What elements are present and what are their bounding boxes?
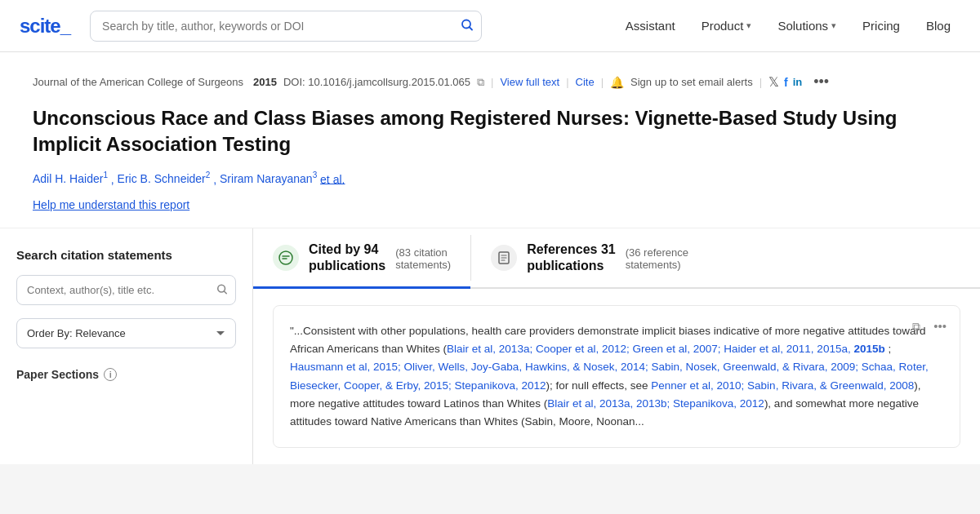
svg-line-3 (224, 291, 226, 294)
author-2[interactable]: Eric B. Schneider2 (118, 172, 214, 185)
navbar: scite_ Assistant Product ▾ Solutions ▾ P… (0, 0, 980, 52)
paper-sections-label: Paper Sections i (16, 368, 236, 381)
solutions-chevron-icon: ▾ (831, 20, 836, 31)
author-1[interactable]: Adil H. Haider1 (33, 172, 111, 185)
copy-citation-button[interactable]: ⧉ (909, 316, 924, 337)
more-citation-options-button[interactable]: ••• (930, 316, 950, 337)
more-options-button[interactable]: ••• (808, 72, 834, 92)
citation-paragraph: "...Consistent with other populations, h… (290, 322, 943, 432)
nav-item-product[interactable]: Product ▾ (692, 12, 762, 39)
citation-box: ⧉ ••• "...Consistent with other populati… (273, 305, 960, 449)
paper-sections-info-icon[interactable]: i (104, 368, 117, 381)
citation-ref-3[interactable]: Penner et al, 2010; Sabin, Rivara, & Gre… (651, 379, 914, 392)
citation-ref-4[interactable]: Blair et al, 2013a, 2013b; Stepanikova, … (547, 397, 764, 410)
view-full-text-link[interactable]: View full text (500, 76, 559, 88)
cite-link[interactable]: Cite (576, 76, 595, 88)
search-icon-button[interactable] (461, 18, 474, 33)
nav-item-assistant[interactable]: Assistant (616, 12, 685, 39)
svg-point-4 (279, 251, 292, 264)
references-main-label: References 31publications (527, 241, 616, 273)
sidebar: Search citation statements Order By: Rel… (0, 228, 253, 464)
author-3[interactable]: Sriram Narayanan3 (220, 172, 320, 185)
search-bar (90, 11, 482, 42)
nav-item-solutions[interactable]: Solutions ▾ (768, 12, 846, 39)
citation-ref-1[interactable]: Blair et al, 2013a; Cooper et al, 2012; … (447, 343, 851, 355)
order-by-select[interactable]: Order By: Relevance Date Author (16, 318, 236, 348)
references-tab-text: References 31publications (527, 241, 616, 273)
separator-4: | (760, 76, 762, 88)
tabs-bar: Cited by 94publications (83 citationstat… (253, 228, 980, 288)
tab-cited-by[interactable]: Cited by 94publications (83 citationstat… (253, 228, 470, 288)
separator-1: | (491, 76, 493, 88)
references-icon (491, 245, 517, 271)
citation-search-input[interactable] (16, 275, 236, 305)
sidebar-title: Search citation statements (16, 248, 236, 262)
svg-line-1 (470, 27, 473, 30)
article-title: Unconscious Race and Class Biases among … (33, 105, 947, 158)
twitter-icon[interactable]: 𝕏 (768, 74, 779, 90)
citation-content: ⧉ ••• "...Consistent with other populati… (253, 289, 980, 465)
journal-name: Journal of the American College of Surge… (33, 76, 243, 88)
citation-ref-bold[interactable]: 2015b (853, 343, 884, 355)
meta-bar: Journal of the American College of Surge… (33, 72, 947, 92)
et-al-link[interactable]: et al. (320, 172, 345, 185)
article-doi: DOI: 10.1016/j.jamcollsurg.2015.01.065 (283, 76, 470, 88)
article-year: 2015 (253, 76, 277, 88)
search-input[interactable] (90, 11, 482, 42)
tab-references[interactable]: References 31publications (36 references… (471, 228, 708, 288)
search-icon (461, 18, 474, 31)
panels: Search citation statements Order By: Rel… (0, 228, 980, 464)
citation-search-icon (216, 283, 228, 297)
linkedin-icon[interactable]: in (793, 76, 803, 88)
copy-doi-icon[interactable]: ⧉ (477, 76, 484, 89)
main-content: Journal of the American College of Surge… (0, 52, 980, 464)
cited-by-tab-text: Cited by 94publications (309, 241, 385, 273)
cited-by-icon (273, 245, 299, 271)
copy-icon: ⧉ (912, 320, 920, 333)
bell-icon: 🔔 (610, 76, 624, 89)
social-icons: 𝕏 f in (768, 74, 802, 90)
cited-by-main-label: Cited by 94publications (309, 241, 385, 273)
logo[interactable]: scite_ (20, 15, 70, 38)
product-chevron-icon: ▾ (746, 20, 751, 31)
help-understand-link[interactable]: Help me understand this report (33, 198, 189, 211)
authors-line: Adil H. Haider1 , Eric B. Schneider2 , S… (33, 171, 947, 186)
facebook-icon[interactable]: f (784, 76, 788, 89)
cited-by-sub-label: (83 citationstatements) (395, 246, 451, 271)
nav-item-blog[interactable]: Blog (916, 12, 960, 39)
separator-2: | (566, 76, 568, 88)
separator-3: | (601, 76, 604, 88)
sign-up-text: Sign up to set email alerts (630, 76, 753, 88)
nav-item-pricing[interactable]: Pricing (853, 12, 910, 39)
nav-links: Assistant Product ▾ Solutions ▾ Pricing … (616, 12, 960, 39)
main-area: Cited by 94publications (83 citationstat… (253, 228, 980, 464)
citation-search-wrapper (16, 275, 236, 305)
references-sub-label: (36 referencestatements) (626, 246, 688, 271)
article-header: Journal of the American College of Surge… (0, 52, 980, 228)
citation-actions: ⧉ ••• (909, 316, 950, 337)
